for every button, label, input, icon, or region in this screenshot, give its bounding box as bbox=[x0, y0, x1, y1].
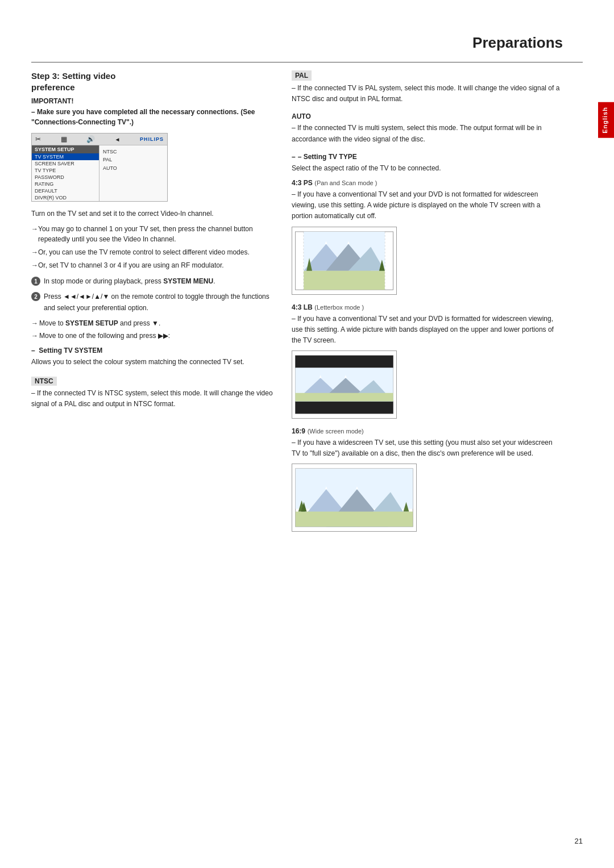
screen-item-default: DEFAULT bbox=[32, 187, 99, 194]
tv-sketch-lb43 bbox=[292, 350, 397, 419]
screen-item-rating: RATING bbox=[32, 181, 99, 187]
body-para-1: Turn on the TV set and set it to the cor… bbox=[31, 208, 276, 219]
step-1-number: 1 bbox=[31, 277, 40, 286]
icon-grid: ▦ bbox=[61, 135, 67, 143]
svg-rect-19 bbox=[295, 393, 393, 402]
screen-item-tv-system: TV SYSTEM bbox=[32, 153, 99, 160]
wide169-label: 16:9 (Wide screen mode) bbox=[292, 427, 563, 435]
sub-arrow-1: Move to SYSTEM SETUP and press ▼. bbox=[31, 318, 276, 328]
left-column: Step 3: Setting video preference IMPORTA… bbox=[31, 62, 276, 540]
arrow-item-1: You may go to channel 1 on your TV set, … bbox=[31, 224, 276, 244]
icon-scissors: ✂ bbox=[35, 135, 41, 143]
screen-mockup: ✂ ▦ 🔊 ◄ PHILIPS SYSTEM SETUP TV SYSTEM S… bbox=[31, 133, 168, 202]
icon-speaker: 🔊 bbox=[86, 135, 95, 143]
important-text: – Make sure you have completed all the n… bbox=[31, 107, 276, 127]
lb43-label: 4:3 LB (Letterbox mode ) bbox=[292, 303, 563, 311]
lb43-section: 4:3 LB (Letterbox mode ) – If you have a… bbox=[292, 303, 563, 419]
page-number: 21 bbox=[575, 837, 583, 845]
right-column: PAL – If the connected TV is PAL system,… bbox=[292, 62, 583, 540]
step-1-text: In stop mode or during playback, press S… bbox=[44, 276, 215, 287]
icon-menu: ◄ bbox=[115, 136, 121, 143]
tv-sketch-wide169-svg bbox=[292, 464, 416, 531]
svg-rect-27 bbox=[296, 512, 413, 527]
svg-rect-7 bbox=[304, 270, 385, 289]
setting-tv-type-intro: Select the aspect ratio of the TV to be … bbox=[292, 163, 563, 174]
tv-sketch-lb43-svg bbox=[292, 351, 396, 418]
lb43-text: – If you have a conventional TV set and … bbox=[292, 314, 563, 347]
step-2-number: 2 bbox=[31, 292, 40, 301]
auto-text: – If the connected TV is multi system, s… bbox=[292, 123, 563, 144]
tv-sketch-ps43 bbox=[292, 227, 397, 295]
wide169-text: – If you have a widescreen TV set, use t… bbox=[292, 437, 563, 459]
screen-left-panel: SYSTEM SETUP TV SYSTEM SCREEN SAVER TV T… bbox=[32, 145, 99, 201]
svg-rect-14 bbox=[295, 402, 393, 414]
page-title: Preparations bbox=[31, 34, 583, 52]
philips-logo: PHILIPS bbox=[140, 136, 164, 142]
screen-item-tv-type: TV TYPE bbox=[32, 167, 99, 174]
setting-tv-type-heading: – – Setting TV TYPE bbox=[292, 153, 563, 161]
important-label: IMPORTANT! bbox=[31, 97, 276, 105]
screen-item-password: PASSWORD bbox=[32, 174, 99, 181]
pal-section: PAL – If the connected TV is PAL system,… bbox=[292, 70, 563, 105]
sub-arrow-2: Move to one of the following and press ▶… bbox=[31, 331, 276, 341]
ps43-section: 4:3 PS (Pan and Scan mode ) – If you hav… bbox=[292, 178, 563, 295]
arrow-item-3: Or, set TV to channel 3 or 4 if you are … bbox=[31, 260, 276, 270]
language-tab: English bbox=[598, 102, 614, 138]
ps43-label: 4:3 PS (Pan and Scan mode ) bbox=[292, 178, 563, 187]
screen-value-auto: AUTO bbox=[103, 164, 164, 172]
screen-menu-title: SYSTEM SETUP bbox=[32, 145, 99, 153]
setting-tv-system-heading: – Setting TV SYSTEM bbox=[31, 347, 276, 354]
tv-sketch-wide169 bbox=[292, 464, 417, 532]
screen-value-pal: PAL bbox=[103, 156, 164, 164]
screen-body: SYSTEM SETUP TV SYSTEM SCREEN SAVER TV T… bbox=[32, 145, 167, 201]
svg-rect-13 bbox=[295, 356, 393, 368]
screen-top-bar: ✂ ▦ 🔊 ◄ PHILIPS bbox=[32, 133, 167, 145]
wide169-section: 16:9 (Wide screen mode) – If you have a … bbox=[292, 427, 563, 532]
screen-value-ntsc: NTSC bbox=[103, 148, 164, 156]
auto-section: AUTO – If the connected TV is multi syst… bbox=[292, 112, 563, 144]
auto-label: AUTO bbox=[292, 112, 563, 120]
arrow-item-2: Or, you can use the TV remote control to… bbox=[31, 247, 276, 257]
ps43-text: – If you have a conventional TV set and … bbox=[292, 189, 563, 222]
setting-tv-system-text: Allows you to select the colour system m… bbox=[31, 357, 276, 368]
screen-item-divr: DIVR(R) VOD bbox=[32, 194, 99, 201]
pal-label: PAL bbox=[292, 70, 312, 81]
step-heading: Step 3: Setting video preference bbox=[31, 70, 276, 93]
step-2-text: Press ◄◄/◄►/▲/▼ on the remote control to… bbox=[44, 291, 276, 313]
pal-text: – If the connected TV is PAL system, sel… bbox=[292, 83, 563, 105]
step-1: 1 In stop mode or during playback, press… bbox=[31, 276, 276, 287]
tv-sketch-ps43-svg bbox=[292, 227, 396, 294]
screen-item-screen-saver: SCREEN SAVER bbox=[32, 160, 99, 167]
ntsc-label: NTSC bbox=[31, 377, 57, 386]
ntsc-text: – If the connected TV is NTSC system, se… bbox=[31, 388, 276, 410]
screen-right-panel: NTSC PAL AUTO bbox=[99, 145, 167, 201]
step-2: 2 Press ◄◄/◄►/▲/▼ on the remote control … bbox=[31, 291, 276, 313]
